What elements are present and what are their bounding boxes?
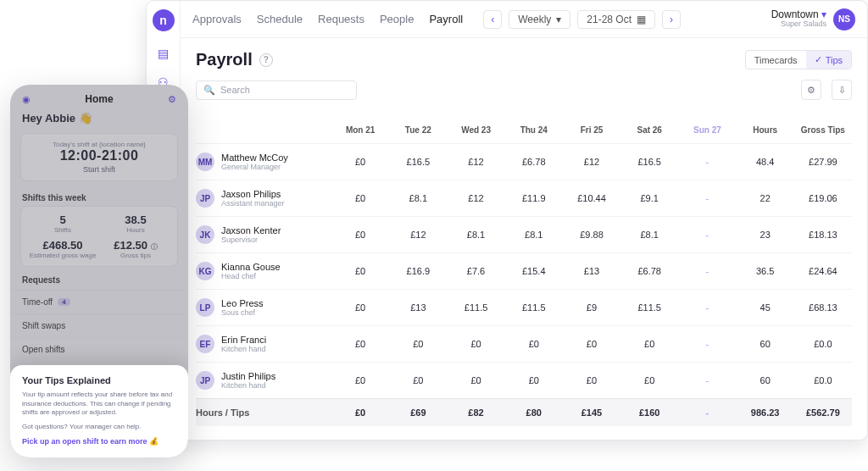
avatar: LP xyxy=(196,298,214,317)
help-icon[interactable]: ? xyxy=(259,53,273,67)
tip-cell: £15.4 xyxy=(505,253,563,290)
tip-cell: 60 xyxy=(737,363,794,399)
period-prev-button[interactable]: ‹ xyxy=(483,10,502,29)
today-shift-card[interactable]: Today's shift at {location name} 12:00-2… xyxy=(20,133,178,181)
tip-cell: £6.78 xyxy=(505,144,563,180)
tip-cell: £13 xyxy=(389,290,447,326)
page-title: Payroll ? xyxy=(196,50,273,69)
tip-cell: £0 xyxy=(563,363,620,399)
shifts-week-label: Shifts this week xyxy=(10,185,188,206)
toggle-timecards[interactable]: Timecards xyxy=(746,51,806,69)
nav-schedule[interactable]: Schedule xyxy=(257,13,303,25)
employee-name: Justin Philips xyxy=(221,371,275,381)
tip-cell: £24.64 xyxy=(794,253,852,290)
search-input[interactable]: 🔍 Search xyxy=(196,80,357,100)
tip-cell: £0 xyxy=(331,144,389,180)
chevron-down-icon: ▾ xyxy=(821,8,826,20)
sheet-title: Your Tips Explained xyxy=(22,375,176,385)
employee-role: General Manager xyxy=(221,163,288,171)
desktop-window: n ▤ ⚇ Approvals Schedule Requests People… xyxy=(146,0,868,441)
employee-role: Head chef xyxy=(221,272,281,280)
toggle-tips[interactable]: ✓Tips xyxy=(806,51,851,69)
col-hours: Hours xyxy=(737,117,794,144)
table-row[interactable]: JPJaxson PhilipsAssistant manager£0£8.1£… xyxy=(196,180,852,217)
gear-icon[interactable]: ⚙ xyxy=(168,94,176,105)
settings-button[interactable]: ⚙ xyxy=(801,80,821,100)
tip-cell: £0 xyxy=(447,326,504,363)
nav-approvals[interactable]: Approvals xyxy=(192,13,242,25)
tip-cell: £12 xyxy=(447,180,504,217)
view-toggle: Timecards ✓Tips xyxy=(745,50,852,69)
nav-payroll[interactable]: Payroll xyxy=(429,13,463,25)
tip-cell: £0 xyxy=(563,326,620,363)
request-shift-swaps[interactable]: Shift swaps xyxy=(10,313,188,337)
tip-cell: £0 xyxy=(620,326,678,363)
employee-cell[interactable]: MMMatthew McCoyGeneral Manager xyxy=(196,144,331,180)
employee-role: Kitchen hand xyxy=(221,345,266,353)
mobile-header: ◉ Home ⚙ xyxy=(10,85,188,108)
tip-cell: £0.0 xyxy=(794,363,852,399)
start-shift-action[interactable]: Start shift xyxy=(30,165,169,174)
employee-cell[interactable]: EFErin FranciKitchen hand xyxy=(196,326,331,363)
table-row[interactable]: MMMatthew McCoyGeneral Manager£0£16.5£12… xyxy=(196,144,852,180)
tip-cell: £12 xyxy=(447,144,504,180)
table-row[interactable]: LPLeo PressSous chef£0£13£11.5£11.5£9£11… xyxy=(196,290,852,326)
request-open-shifts[interactable]: Open shifts xyxy=(10,337,188,361)
tip-cell: £0 xyxy=(331,326,389,363)
location-switcher[interactable]: Downtown ▾ Super Salads xyxy=(771,9,826,29)
payroll-table: Mon 21 Tue 22 Wed 23 Thu 24 Fri 25 Sat 2… xyxy=(196,117,852,426)
period-next-button[interactable]: › xyxy=(662,10,681,29)
employee-cell[interactable]: KGKianna GouseHead chef xyxy=(196,253,331,290)
shift-subtitle: Today's shift at {location name} xyxy=(30,141,169,148)
topbar: Approvals Schedule Requests People Payro… xyxy=(181,1,867,38)
table-row[interactable]: KGKianna GouseHead chef£0£16.9£7.6£15.4£… xyxy=(196,253,852,290)
col-gross-tips: Gross Tips xyxy=(794,117,852,144)
avatar: JK xyxy=(196,225,214,244)
tip-cell: £6.78 xyxy=(620,253,678,290)
tip-cell: £8.1 xyxy=(447,217,504,253)
tip-cell: £13 xyxy=(563,253,620,290)
info-icon[interactable]: ⓘ xyxy=(151,243,158,251)
calendar-icon[interactable]: ▤ xyxy=(158,47,169,60)
tip-cell: - xyxy=(678,290,736,326)
export-button[interactable]: ⇩ xyxy=(832,80,852,100)
app-logo-icon[interactable]: n xyxy=(153,9,175,31)
tip-cell: £0 xyxy=(389,326,447,363)
employee-cell[interactable]: JKJaxson KenterSupervisor xyxy=(196,217,331,253)
stat-gross-tips: £12.50 ⓘ Gross tips xyxy=(99,239,172,259)
avatar: KG xyxy=(196,262,214,280)
badge-count: 4 xyxy=(58,298,70,306)
employee-name: Kianna Gouse xyxy=(221,262,281,272)
shift-time: 12:00-21:00 xyxy=(30,148,169,163)
tip-cell: £0 xyxy=(331,217,389,253)
nav-requests[interactable]: Requests xyxy=(318,13,364,25)
nav-people[interactable]: People xyxy=(380,13,414,25)
sheet-cta-link[interactable]: Pick up an open shift to earn more 💰 xyxy=(22,437,176,446)
employee-cell[interactable]: JPJustin PhilipsKitchen hand xyxy=(196,363,331,399)
totals-label: Hours / Tips xyxy=(196,399,331,427)
user-avatar[interactable]: NS xyxy=(833,8,855,30)
tip-cell: £27.99 xyxy=(794,144,852,180)
request-time-off[interactable]: Time-off 4 xyxy=(10,290,188,313)
table-row[interactable]: JPJustin PhilipsKitchen hand£0£0£0£0£0£0… xyxy=(196,363,852,399)
stat-hours: 38.5Hours xyxy=(99,213,172,234)
tip-cell: £11.5 xyxy=(620,290,678,326)
table-row[interactable]: EFErin FranciKitchen hand£0£0£0£0£0£0-60… xyxy=(196,326,852,363)
col-thu: Thu 24 xyxy=(505,117,563,144)
tip-cell: 60 xyxy=(737,326,794,363)
tip-cell: 23 xyxy=(737,217,794,253)
sheet-body-1: Your tip amount reflects your share befo… xyxy=(22,391,176,418)
period-nav: ‹ Weekly ▾ 21-28 Oct ▦ › xyxy=(483,10,681,29)
tip-cell: £0 xyxy=(620,363,678,399)
period-range-select[interactable]: 21-28 Oct ▦ xyxy=(577,10,655,29)
col-sat: Sat 26 xyxy=(620,117,678,144)
employee-cell[interactable]: JPJaxson PhilipsAssistant manager xyxy=(196,180,331,217)
stats-card: 5Shifts 38.5Hours £468.50Estimated gross… xyxy=(20,206,178,267)
table-row[interactable]: JKJaxson KenterSupervisor£0£12£8.1£8.1£9… xyxy=(196,217,852,253)
profile-icon[interactable]: ◉ xyxy=(22,94,31,105)
employee-cell[interactable]: LPLeo PressSous chef xyxy=(196,290,331,326)
period-mode-select[interactable]: Weekly ▾ xyxy=(509,10,570,29)
tip-cell: 48.4 xyxy=(737,144,794,180)
tip-cell: £16.9 xyxy=(389,253,447,290)
stat-shifts: 5Shifts xyxy=(26,213,99,234)
